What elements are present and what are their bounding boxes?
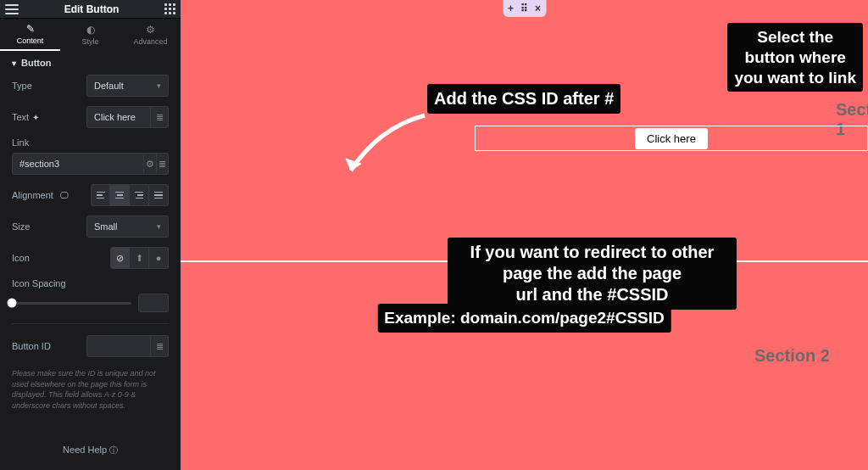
spacing-label: Icon Spacing [12, 278, 169, 288]
apps-icon[interactable] [164, 3, 175, 14]
button-widget-outline[interactable]: Click here [475, 126, 868, 151]
link-input[interactable] [12, 153, 144, 175]
settings-tabs: ✎ Content ◐ Style ⚙ Advanced [0, 19, 181, 51]
alignment-label: Alignment 🖵 [12, 190, 69, 200]
align-left-button[interactable] [91, 184, 110, 206]
sidebar-header: Edit Button [0, 0, 181, 19]
add-section-button[interactable]: + [508, 3, 514, 14]
link-options-button[interactable]: ⚙ [144, 153, 157, 175]
size-select[interactable]: Small [86, 215, 169, 238]
edit-section-button[interactable]: ⠿ [520, 3, 528, 14]
dynamic-tag-button[interactable]: ≣ [151, 106, 169, 128]
section-toolbar: + ⠿ × [503, 0, 546, 17]
annotation-example: Example: domain.com/page2#CSSID [377, 304, 671, 333]
panel-title: Edit Button [64, 3, 120, 15]
align-center-button[interactable] [110, 184, 130, 206]
contrast-icon: ◐ [86, 24, 95, 36]
need-help-link[interactable]: Need Help [0, 431, 181, 470]
icon-label: Icon [12, 253, 30, 263]
spacing-slider[interactable] [12, 302, 131, 305]
tab-style[interactable]: ◐ Style [60, 19, 120, 51]
button-id-help: Please make sure the ID is unique and no… [12, 366, 169, 411]
button-id-input[interactable] [86, 335, 151, 357]
spacing-value[interactable] [138, 294, 169, 312]
text-label: Text ✦ [12, 112, 39, 122]
tab-content[interactable]: ✎ Content [0, 19, 60, 51]
align-right-button[interactable] [130, 184, 149, 206]
section-2-title: Section 2 [754, 346, 830, 366]
controls-panel: Type Default Text ✦ ≣ Link ⚙ ≣ [0, 75, 181, 419]
align-justify-button[interactable] [149, 184, 169, 206]
text-input[interactable] [86, 106, 151, 128]
alignment-buttons [91, 184, 169, 206]
arrow-to-link [344, 111, 429, 179]
button-id-dynamic[interactable]: ≣ [151, 335, 169, 357]
icon-library-button[interactable]: ● [149, 247, 169, 269]
annotation-css-id: Add the CSS ID after # [427, 84, 620, 114]
click-here-button[interactable]: Click here [635, 128, 708, 149]
annotation-redirect: If you want to redirect to other page th… [448, 238, 737, 310]
size-label: Size [12, 221, 30, 232]
editor-sidebar: Edit Button ✎ Content ◐ Style ⚙ Advanced… [0, 0, 181, 470]
slider-thumb[interactable] [8, 299, 17, 308]
link-dynamic-button[interactable]: ≣ [157, 153, 170, 175]
menu-icon[interactable] [5, 4, 19, 14]
tab-advanced[interactable]: ⚙ Advanced [120, 19, 181, 51]
type-select[interactable]: Default [86, 75, 169, 97]
accordion-button[interactable]: Button [0, 51, 181, 75]
preview-canvas: + ⠿ × Section 1 Click here Section 2 Add… [181, 0, 868, 470]
delete-section-button[interactable]: × [535, 3, 541, 14]
icon-upload-button[interactable]: ⬆ [130, 247, 149, 269]
annotation-select-button: Select the button where you want to link [727, 23, 863, 92]
icon-buttons: ⊘ ⬆ ● [110, 247, 169, 269]
type-label: Type [12, 81, 32, 91]
icon-none-button[interactable]: ⊘ [110, 247, 130, 269]
ai-sparkle-icon[interactable]: ✦ [32, 113, 39, 122]
link-label: Link [12, 137, 169, 148]
divider [12, 323, 169, 324]
responsive-icon[interactable]: 🖵 [60, 191, 69, 200]
gear-icon: ⚙ [146, 24, 155, 36]
pencil-icon: ✎ [26, 23, 35, 35]
button-id-label: Button ID [12, 341, 51, 351]
